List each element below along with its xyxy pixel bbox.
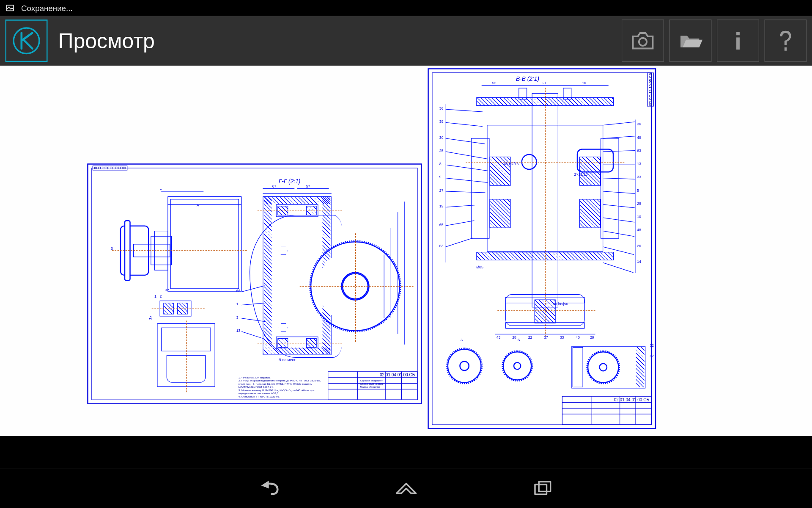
help-button[interactable]: [765, 19, 807, 62]
callout: 33: [560, 336, 564, 340]
page-title: Просмотр: [58, 29, 617, 52]
callout: 9: [439, 175, 442, 179]
svg-point-1: [14, 28, 39, 54]
detail-label: А: [461, 338, 463, 342]
svg-point-2: [639, 38, 647, 46]
viewer-canvas[interactable]: КП.СО.13.10.03.00 Г-Г (2:1): [0, 66, 812, 469]
picture-icon: [5, 3, 15, 13]
callout: 49: [637, 135, 641, 139]
dim: 20 h6/js6: [553, 302, 568, 306]
callout: 27: [439, 188, 444, 192]
svg-rect-5: [535, 485, 546, 494]
callout: 48: [637, 228, 641, 232]
callout: 28: [512, 336, 516, 340]
info-button[interactable]: [717, 19, 759, 62]
callout: В: [110, 247, 113, 251]
camera-button[interactable]: [622, 19, 664, 62]
callout: 13: [637, 162, 641, 166]
callout: 16: [582, 81, 586, 85]
callout: 25: [439, 149, 444, 152]
callout: 39: [439, 120, 444, 124]
callout: 21: [543, 81, 547, 85]
open-folder-button[interactable]: [669, 19, 712, 62]
callout: 3: [236, 315, 239, 319]
svg-rect-3: [736, 32, 740, 35]
android-navbar: [0, 469, 812, 508]
callout: 10: [637, 215, 641, 219]
dim: 57: [306, 184, 310, 188]
callout: 8: [439, 162, 442, 166]
callout: 32: [650, 343, 654, 347]
sheet1-frame-code: КП.СО.13.10.03.00: [93, 166, 128, 170]
android-statusbar: Сохранение...: [0, 0, 812, 16]
drawing-sheet-2[interactable]: КП.СО.13.10.05.СБ В-В (2:1): [428, 68, 656, 429]
callout: А: [197, 203, 199, 207]
callout: 37: [544, 336, 548, 340]
svg-rect-4: [736, 37, 740, 50]
callout: 52: [492, 81, 497, 85]
callout: 5: [637, 188, 639, 192]
dim: 2×12/20: [574, 173, 588, 177]
callout: 30: [439, 135, 444, 139]
callout: 63: [439, 244, 444, 248]
callout: 29: [590, 336, 594, 340]
callout: Д: [149, 315, 152, 319]
svg-rect-6: [539, 482, 551, 491]
callout: 26: [637, 244, 641, 248]
callout: 36: [439, 106, 444, 110]
callout: 19: [439, 204, 444, 208]
callout: 1: [154, 294, 156, 298]
dim: 67: [272, 184, 277, 188]
sheet1-titleblock: 02.01.04.01.00.СБ Коробка скоростей Сбор…: [328, 371, 418, 400]
detail-label: Б: [518, 338, 520, 342]
nav-home-button[interactable]: [390, 477, 422, 500]
sheet2-titleblock: 02.01.04.01.00.СБ: [562, 396, 652, 425]
callout: 14: [637, 260, 641, 264]
callout: 28: [637, 202, 641, 205]
callout: 22: [528, 336, 532, 340]
viewer-padding: [0, 436, 812, 469]
drawing-sheet-1[interactable]: КП.СО.13.10.03.00 Г-Г (2:1): [87, 163, 422, 404]
sheet1-section-label: Г-Г (2:1): [279, 178, 301, 184]
callout: 40: [576, 336, 580, 340]
sheet2-section-label: В-В (2:1): [516, 76, 539, 82]
dim: Ø85: [476, 265, 483, 269]
sheet1-drawing-number: 02.01.04.01.00.СБ: [380, 373, 415, 377]
callout: 2: [160, 294, 162, 298]
callout: 33: [637, 175, 641, 179]
callout: 66: [236, 289, 241, 293]
app-actionbar: Просмотр: [0, 16, 812, 66]
nav-back-button[interactable]: [253, 477, 285, 500]
callout: 1: [236, 302, 239, 306]
dim: 45 H7/k6: [504, 162, 518, 166]
nav-recent-button[interactable]: [528, 477, 560, 500]
app-logo-icon[interactable]: [5, 19, 48, 62]
statusbar-text: Сохранение...: [21, 3, 73, 12]
callout: 13: [236, 329, 241, 332]
callout: Г: [160, 188, 162, 192]
callout: 65: [439, 223, 444, 226]
callout: 32: [165, 288, 169, 292]
sheet1-notes: 1. * Размеры для справок. 2. Перед сборк…: [239, 376, 323, 398]
callout: 62: [650, 354, 654, 358]
sheet2-drawing-number: 02.01.04.01.00.СБ: [614, 398, 649, 402]
callout: 63: [637, 149, 641, 152]
sheet2-frame-code: КП.СО.13.10.05.СБ: [647, 72, 654, 106]
callout: 43: [497, 336, 501, 340]
callout: 36: [637, 122, 641, 126]
